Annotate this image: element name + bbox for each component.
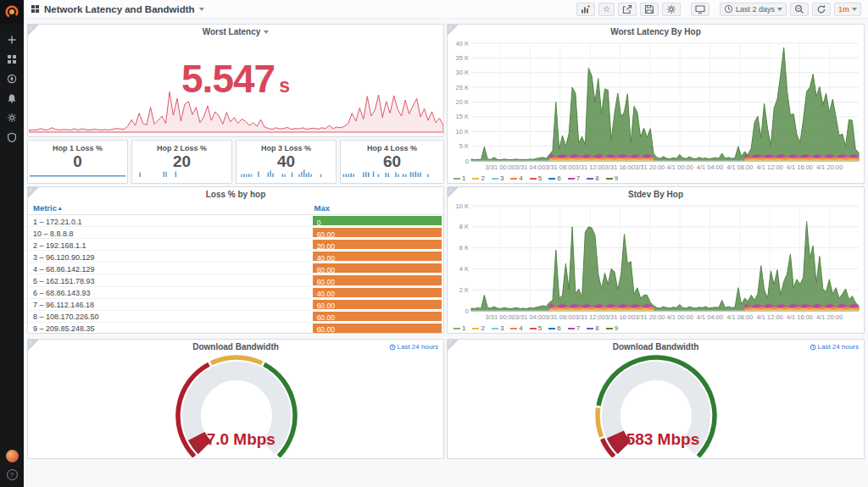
alerting-bell-icon[interactable] bbox=[6, 92, 18, 104]
legend-swatch bbox=[606, 328, 613, 329]
legend-item-6[interactable]: 6 bbox=[548, 324, 560, 332]
legend-item-8[interactable]: 8 bbox=[587, 324, 598, 332]
row-max-value: 60.00 bbox=[313, 228, 442, 237]
row-max-value: 60.00 bbox=[313, 324, 442, 333]
add-panel-button[interactable] bbox=[576, 3, 595, 16]
page-title: Network Latency and Bandwidth bbox=[44, 4, 195, 14]
row-max-cell: 0 bbox=[313, 215, 443, 226]
panel-stdev-by-hop: i Stdev By Hop 10 K8 K6 K4 K2 K03/31 00:… bbox=[447, 186, 865, 334]
legend-item-2[interactable]: 2 bbox=[472, 324, 484, 332]
legend-item-1[interactable]: 1 bbox=[453, 324, 465, 332]
legend-swatch bbox=[492, 178, 498, 180]
legend-item-7[interactable]: 7 bbox=[568, 324, 580, 332]
panel-title-worst-latency[interactable]: Worst Latency bbox=[28, 25, 443, 39]
legend-item-1[interactable]: 1 bbox=[453, 174, 465, 182]
table-body: 1 – 172.21.0.1010 – 8.8.8.860.002 – 192.… bbox=[28, 215, 443, 334]
legend-item-9[interactable]: 9 bbox=[606, 174, 618, 182]
svg-text:3/31 16:00: 3/31 16:00 bbox=[605, 313, 635, 320]
panel-title-download-right[interactable]: Download Bandwidth bbox=[448, 340, 864, 354]
panel-hop-3-loss: Hop 3 Loss % 40 bbox=[236, 140, 337, 184]
panel-time-override: Last 24 hours bbox=[389, 343, 438, 351]
refresh-icon bbox=[816, 4, 826, 14]
panel-title-hop3[interactable]: Hop 3 Loss % bbox=[236, 144, 336, 152]
legend-item-5[interactable]: 5 bbox=[530, 324, 542, 332]
panel-title-stdev-by-hop[interactable]: Stdev By Hop bbox=[448, 187, 864, 202]
row-metric: 2 – 192.168.1.1 bbox=[28, 239, 313, 250]
time-range-picker[interactable]: Last 2 days bbox=[720, 3, 787, 16]
svg-text:4 K: 4 K bbox=[459, 265, 469, 273]
panel-title-hop1[interactable]: Hop 1 Loss % bbox=[28, 144, 127, 152]
legend-swatch bbox=[453, 328, 460, 329]
save-icon bbox=[644, 4, 654, 14]
legend-item-2[interactable]: 2 bbox=[472, 174, 484, 182]
panel-info-corner-icon[interactable]: i bbox=[28, 25, 39, 36]
legend-item-8[interactable]: 8 bbox=[587, 174, 598, 182]
panel-info-corner-icon[interactable]: i bbox=[448, 25, 459, 36]
row-metric: 4 – 68.86.142.129 bbox=[28, 263, 313, 274]
svg-text:3/31 12:00: 3/31 12:00 bbox=[575, 313, 604, 320]
dashboards-icon[interactable] bbox=[6, 53, 18, 65]
legend-item-9[interactable]: 9 bbox=[606, 324, 618, 332]
share-dashboard-button[interactable] bbox=[618, 3, 637, 16]
svg-text:4/1 00:00: 4/1 00:00 bbox=[667, 313, 693, 320]
row-max-cell: 60.00 bbox=[313, 274, 443, 285]
configuration-gear-icon[interactable] bbox=[6, 112, 18, 124]
zoom-out-time-button[interactable] bbox=[790, 3, 809, 16]
user-avatar[interactable] bbox=[6, 450, 19, 462]
hop4-sparkline-chart bbox=[342, 167, 442, 178]
column-header-max[interactable]: Max bbox=[314, 203, 443, 213]
panel-download-bandwidth-left: i Download Bandwidth Last 24 hours 67.0 … bbox=[27, 339, 444, 459]
row-metric: 8 – 108.170.226.50 bbox=[28, 311, 313, 322]
legend-item-3[interactable]: 3 bbox=[492, 174, 504, 182]
row-metric: 6 – 68.86.143.93 bbox=[28, 287, 313, 298]
legend-item-3[interactable]: 3 bbox=[492, 324, 504, 332]
grafana-logo[interactable] bbox=[0, 0, 24, 24]
create-plus-icon[interactable] bbox=[6, 34, 18, 46]
panel-hop-4-loss: Hop 4 Loss % 60 bbox=[340, 140, 444, 184]
dashboard-settings-button[interactable] bbox=[662, 3, 681, 16]
chevron-down-icon bbox=[777, 8, 782, 11]
save-dashboard-button[interactable] bbox=[640, 3, 659, 16]
legend-item-5[interactable]: 5 bbox=[530, 174, 542, 182]
svg-text:8 K: 8 K bbox=[459, 223, 469, 230]
star-dashboard-button[interactable]: ☆ bbox=[598, 3, 615, 16]
cycle-view-mode-button[interactable] bbox=[691, 3, 709, 16]
svg-text:4/1 12:00: 4/1 12:00 bbox=[756, 313, 782, 320]
svg-text:4/1 04:00: 4/1 04:00 bbox=[697, 163, 723, 170]
legend-item-4[interactable]: 4 bbox=[510, 324, 522, 332]
panel-title-worst-by-hop[interactable]: Worst Latency By Hop bbox=[448, 25, 864, 39]
dashboard-title-dropdown[interactable]: Network Latency and Bandwidth bbox=[31, 4, 204, 14]
row-metric: 5 – 162.151.78.93 bbox=[28, 274, 313, 285]
svg-text:4/1 16:00: 4/1 16:00 bbox=[787, 163, 813, 170]
column-header-metric[interactable]: Metric▴ bbox=[33, 203, 314, 213]
panel-title-loss-table[interactable]: Loss % by hop bbox=[28, 187, 443, 202]
table-row: 3 – 96.120.90.12940.00 bbox=[28, 251, 443, 263]
panel-title-hop4[interactable]: Hop 4 Loss % bbox=[341, 144, 443, 152]
panel-info-corner-icon[interactable]: i bbox=[448, 340, 459, 351]
refresh-interval-dropdown[interactable]: 1m bbox=[834, 3, 861, 16]
legend-item-6[interactable]: 6 bbox=[548, 174, 560, 182]
legend-item-4[interactable]: 4 bbox=[510, 174, 522, 182]
sort-asc-icon: ▴ bbox=[58, 205, 62, 212]
panel-title-download-left[interactable]: Download Bandwidth bbox=[28, 340, 443, 354]
legend-swatch bbox=[510, 328, 517, 329]
legend-swatch bbox=[510, 178, 517, 180]
row-max-value: 60.00 bbox=[313, 263, 442, 273]
legend-item-7[interactable]: 7 bbox=[568, 174, 580, 182]
svg-text:4/1 20:00: 4/1 20:00 bbox=[816, 313, 843, 320]
svg-text:3/31 20:00: 3/31 20:00 bbox=[635, 313, 665, 320]
panel-info-corner-icon[interactable]: i bbox=[28, 187, 39, 198]
server-admin-shield-icon[interactable] bbox=[6, 131, 18, 143]
svg-text:5 K: 5 K bbox=[459, 142, 469, 150]
chevron-down-icon bbox=[264, 30, 269, 34]
refresh-button[interactable] bbox=[812, 3, 831, 16]
help-icon[interactable]: ? bbox=[7, 469, 18, 480]
panel-info-corner-icon[interactable]: i bbox=[448, 187, 459, 198]
panel-download-bandwidth-right: i Download Bandwidth Last 24 hours 4.583… bbox=[447, 339, 865, 459]
explore-compass-icon[interactable] bbox=[6, 73, 18, 85]
row-max-value: 60.00 bbox=[313, 275, 442, 285]
row-max-value: 20.00 bbox=[313, 240, 442, 249]
panel-info-corner-icon[interactable]: i bbox=[28, 340, 39, 351]
svg-text:2 K: 2 K bbox=[459, 286, 469, 294]
panel-title-hop2[interactable]: Hop 2 Loss % bbox=[132, 144, 231, 152]
